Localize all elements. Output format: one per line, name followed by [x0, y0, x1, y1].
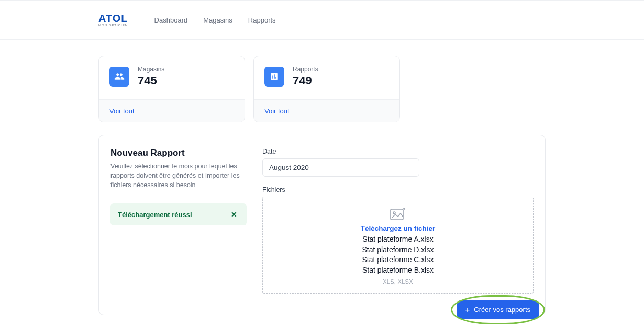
upload-success-alert: Téléchargement réussi ✕ — [110, 203, 247, 225]
uploaded-file: Stat plateforme D.xlsx — [268, 245, 528, 255]
uploaded-file: Stat plateforme C.xlsx — [268, 255, 528, 265]
stat-label: Magasins — [138, 66, 164, 73]
report-description: Veuillez sélectionner le mois pour leque… — [110, 161, 247, 190]
brand-tagline: MON OPTICIEN — [98, 24, 128, 27]
stat-card-magasins: Magasins 745 Voir tout — [98, 56, 245, 122]
uploaded-file: Stat plateforme B.xlsx — [268, 265, 528, 276]
date-input[interactable] — [262, 158, 419, 177]
stat-value: 745 — [138, 74, 164, 88]
accepted-formats: XLS, XLSX — [268, 278, 528, 285]
create-reports-button[interactable]: + Créer vos rapports — [457, 300, 539, 319]
image-upload-icon — [390, 208, 406, 220]
stat-label: Rapports — [293, 66, 318, 73]
stat-card-rapports: Rapports 749 Voir tout — [253, 56, 400, 122]
chart-icon — [264, 67, 284, 87]
upload-link[interactable]: Téléchargez un fichier — [268, 224, 528, 232]
report-left: Nouveau Rapport Veuillez sélectionner le… — [110, 148, 247, 294]
date-label: Date — [262, 148, 534, 155]
files-field: Fichiers Téléchargez un fichier Stat pla… — [262, 186, 534, 294]
nav-rapports[interactable]: Rapports — [248, 16, 276, 24]
stat-footer-link-magasins[interactable]: Voir tout — [109, 107, 135, 115]
files-label: Fichiers — [262, 186, 534, 193]
create-button-wrap: + Créer vos rapports — [457, 300, 539, 319]
users-icon — [109, 67, 129, 87]
new-report-card: Nouveau Rapport Veuillez sélectionner le… — [98, 135, 546, 315]
brand-logo: ATOL MON OPTICIEN — [98, 13, 128, 27]
main-content: Magasins 745 Voir tout Rapports 749 Voir… — [0, 40, 644, 315]
file-dropzone[interactable]: Téléchargez un fichier Stat plateforme A… — [262, 197, 534, 294]
svg-point-1 — [393, 212, 395, 214]
report-right: Date Fichiers Téléchargez un fichier Sta — [262, 148, 534, 294]
brand-name: ATOL — [98, 13, 128, 24]
create-button-label: Créer vos rapports — [474, 306, 530, 314]
nav-dashboard[interactable]: Dashboard — [154, 16, 188, 24]
plus-icon: + — [465, 306, 470, 314]
nav-magasins[interactable]: Magasins — [203, 16, 232, 24]
close-icon[interactable]: ✕ — [229, 210, 239, 219]
report-title: Nouveau Rapport — [110, 148, 247, 158]
stat-value: 749 — [293, 74, 318, 88]
stat-footer-link-rapports[interactable]: Voir tout — [264, 107, 290, 115]
primary-nav: Dashboard Magasins Rapports — [154, 16, 276, 24]
uploaded-file: Stat plateforme A.xlsx — [268, 234, 528, 245]
alert-text: Téléchargement réussi — [118, 211, 192, 219]
stats-row: Magasins 745 Voir tout Rapports 749 Voir… — [98, 56, 546, 122]
top-bar: ATOL MON OPTICIEN Dashboard Magasins Rap… — [0, 0, 644, 40]
